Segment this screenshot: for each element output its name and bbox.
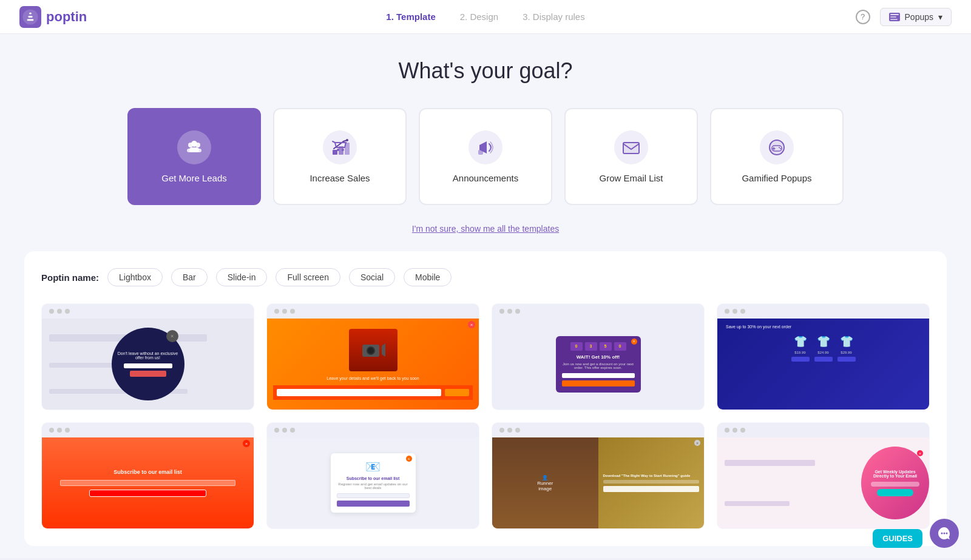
poptin-name-label: Poptin name: <box>41 272 99 283</box>
template-card-6[interactable]: × 📧 Subscribe to our email list Register… <box>266 422 479 529</box>
template-card-1-body: × Don't leave without an exclusive offer… <box>42 319 254 410</box>
goal-card-gamified[interactable]: Gamified Popups <box>710 108 844 205</box>
template-card-5-header <box>42 423 254 437</box>
dot <box>732 428 737 433</box>
dot <box>499 428 504 433</box>
filter-row: Poptin name: Lightbox Bar Slide-in Full … <box>41 268 930 286</box>
page-title: What's your goal? <box>24 58 947 84</box>
logo[interactable]: poptin <box>19 6 87 28</box>
dot <box>725 428 729 433</box>
template-card-1[interactable]: × Don't leave without an exclusive offer… <box>41 303 254 410</box>
nav-steps: 1. Template 2. Design 3. Display rules <box>386 12 584 22</box>
filter-bar[interactable]: Bar <box>171 268 208 286</box>
dot <box>725 309 729 314</box>
guides-button[interactable]: GUIDES <box>873 529 922 548</box>
dot <box>57 309 62 314</box>
popups-icon <box>889 13 900 21</box>
template-card-4-header <box>717 304 929 319</box>
dot <box>274 309 279 314</box>
dot <box>740 428 745 433</box>
popups-button[interactable]: Popups ▾ <box>880 8 952 26</box>
show-all-templates-link[interactable]: I'm not sure, show me all the templates <box>412 224 559 234</box>
camera-icon <box>361 341 385 359</box>
template-card-4[interactable]: Save up to 30% on your next order 👕 $19.… <box>717 303 930 410</box>
template-card-2[interactable]: × Leave your details and we'll get back … <box>266 303 479 410</box>
goal-icon-wrap-announcements <box>469 130 502 164</box>
dot <box>507 428 512 433</box>
dot <box>57 428 62 433</box>
template-card-7[interactable]: 👤Runnerimage Download "The Right Way to … <box>492 422 705 529</box>
filter-lightbox[interactable]: Lightbox <box>107 268 163 286</box>
dot <box>49 309 54 314</box>
dot <box>515 428 520 433</box>
svg-point-20 <box>342 149 344 151</box>
chevron-down-icon: ▾ <box>938 12 942 22</box>
template-card-6-body: × 📧 Subscribe to our email list Register… <box>267 437 479 528</box>
dot <box>65 428 70 433</box>
email-icon <box>621 138 641 157</box>
template-card-7-header <box>492 423 704 437</box>
goal-card-label-leads: Get More Leads <box>161 173 227 183</box>
header: poptin 1. Template 2. Design 3. Display … <box>0 0 971 34</box>
goal-icon-wrap-gamified <box>760 130 794 164</box>
template-card-8[interactable]: × Get Weekly Updates Directly to Your Em… <box>717 422 930 529</box>
template-card-2-body: × Leave your details and we'll get back … <box>267 319 479 410</box>
help-button[interactable]: ? <box>856 10 870 24</box>
template-card-3-body: × 0 3 5 0 WAIT! Get 10% off! Join us now… <box>492 319 704 410</box>
filter-full-screen[interactable]: Full screen <box>276 268 340 286</box>
svg-rect-2 <box>27 19 34 21</box>
nav-step-display-rules[interactable]: 3. Display rules <box>523 12 585 22</box>
svg-rect-14 <box>189 147 199 152</box>
dot <box>290 428 295 433</box>
goal-icon-wrap-email <box>614 130 648 164</box>
svg-point-30 <box>779 147 780 148</box>
svg-point-18 <box>346 139 348 141</box>
template-grid-row2: × Subscribe to our email list × <box>41 422 930 529</box>
goal-card-label-gamified: Gamified Popups <box>742 173 811 183</box>
svg-rect-8 <box>890 19 898 20</box>
svg-marker-35 <box>382 343 385 357</box>
goal-card-get-more-leads[interactable]: Get More Leads <box>127 108 261 205</box>
goal-card-increase-sales[interactable]: Increase Sales <box>273 108 407 205</box>
goal-cards: Get More Leads Increase Sales <box>24 108 947 205</box>
template-card-8-header <box>717 423 929 437</box>
template-card-5-body: × Subscribe to our email list <box>42 437 254 528</box>
dot <box>65 309 70 314</box>
filter-slide-in[interactable]: Slide-in <box>216 268 268 286</box>
filter-mobile[interactable]: Mobile <box>404 268 452 286</box>
nav-step-design[interactable]: 2. Design <box>460 12 498 22</box>
template-card-8-body: × Get Weekly Updates Directly to Your Em… <box>717 437 929 528</box>
leads-icon <box>184 138 204 157</box>
template-card-7-body: 👤Runnerimage Download "The Right Way to … <box>492 437 704 528</box>
svg-point-38 <box>946 533 948 535</box>
sales-icon <box>330 138 350 157</box>
chat-button[interactable] <box>930 519 959 548</box>
chat-icon <box>937 526 952 541</box>
template-card-6-header <box>267 423 479 437</box>
template-card-2-header <box>267 304 479 319</box>
goal-card-label-email: Grow Email List <box>599 173 663 183</box>
dot <box>515 309 520 314</box>
goal-card-label-announcements: Announcements <box>453 173 518 183</box>
svg-rect-15 <box>333 150 337 155</box>
svg-rect-24 <box>623 143 639 153</box>
main-content: What's your goal? Get More Leads <box>0 34 971 558</box>
goal-card-label-sales: Increase Sales <box>310 173 370 183</box>
logo-icon <box>19 6 41 28</box>
svg-rect-21 <box>479 145 482 150</box>
template-card-5[interactable]: × Subscribe to our email list <box>41 422 254 529</box>
filter-social[interactable]: Social <box>349 268 395 286</box>
nav-step-template[interactable]: 1. Template <box>386 12 435 22</box>
template-section: Poptin name: Lightbox Bar Slide-in Full … <box>24 251 947 546</box>
goal-card-announcements[interactable]: Announcements <box>419 108 552 205</box>
template-card-3[interactable]: × 0 3 5 0 WAIT! Get 10% off! Join us now… <box>492 303 705 410</box>
svg-rect-22 <box>478 150 483 155</box>
dot <box>282 428 287 433</box>
dot <box>507 309 512 314</box>
svg-point-37 <box>944 533 946 535</box>
svg-point-31 <box>780 148 781 149</box>
svg-rect-3 <box>28 16 32 18</box>
dot <box>732 309 737 314</box>
dot <box>49 428 54 433</box>
goal-card-grow-email[interactable]: Grow Email List <box>564 108 698 205</box>
